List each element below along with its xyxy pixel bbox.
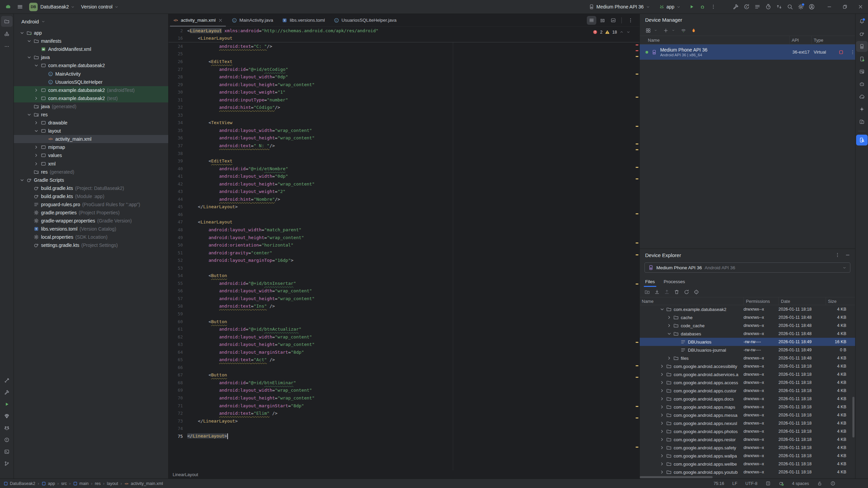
code-line[interactable]: 31 android:inputType="number": [169, 96, 639, 104]
code-line[interactable]: 35 android:layout_width="wrap_content": [169, 126, 639, 134]
design-view-button[interactable]: [609, 16, 618, 25]
code-line[interactable]: 46: [169, 211, 639, 218]
code-line[interactable]: 42 android:layout_height="wrap_content": [169, 180, 639, 188]
profiler-button[interactable]: [763, 2, 774, 12]
code-editor[interactable]: 2<LinearLayout xmlns:android="http://sch…: [169, 27, 639, 470]
file-row-com-google-android-apps-youtub[interactable]: com.google.android.apps.youtubdrwxrwx--x…: [640, 468, 855, 476]
indent-setting[interactable]: 4 spaces: [792, 481, 809, 486]
more-tool-windows-strip-button[interactable]: [1, 41, 13, 52]
code-line[interactable]: 49 android:layout_height="wrap_content": [169, 234, 639, 241]
code-line[interactable]: 53: [169, 264, 639, 272]
code-line[interactable]: 72 android:text="Elim" />: [169, 409, 639, 417]
build-button[interactable]: [730, 2, 741, 12]
file-row-com-google-android-apps-restor[interactable]: com.google.android.apps.restordrwxrwx--x…: [640, 435, 855, 444]
warning-stripe-mark[interactable]: [636, 126, 638, 127]
warning-stripe-mark[interactable]: [636, 284, 638, 285]
code-line[interactable]: 75</LinearLayout>: [169, 432, 639, 440]
file-row-databases[interactable]: databasesdrwxrwx--x2026-01-11 18:484 KB: [640, 330, 855, 338]
next-problem-icon[interactable]: [626, 30, 631, 34]
file-row-dbusuarios[interactable]: DBUsuarios-rw-rw----2026-01-11 18:4916 K…: [640, 338, 855, 346]
tools-strip-button[interactable]: [1, 375, 13, 386]
device-more-icon[interactable]: [850, 50, 855, 55]
file-row-com-google-android-apps-access[interactable]: com.google.android.apps.accessdrwxrwx--x…: [640, 378, 855, 387]
tree-item-usuariossqlitehelper[interactable]: CUsuariosSQLiteHelper: [14, 78, 168, 86]
update-project-button[interactable]: [774, 2, 785, 12]
chevron-down-icon[interactable]: [34, 63, 39, 68]
delete-icon[interactable]: [674, 289, 679, 295]
warning-stripe-mark[interactable]: [636, 254, 638, 255]
account-button[interactable]: [806, 2, 817, 12]
tree-item-gradle-wrapper-properties[interactable]: gradle-wrapper.properties(Gradle Version…: [14, 217, 168, 225]
tree-item-com-example-datubaseak2[interactable]: com.example.datubaseak2(androidTest): [14, 86, 168, 94]
code-line[interactable]: 43 android:layout_weight="2": [169, 188, 639, 195]
code-line[interactable]: 50 android:orientation="horizontal": [169, 241, 639, 249]
editor-more-button[interactable]: [625, 16, 636, 25]
scrollbar-error-stripe[interactable]: [635, 27, 639, 470]
warning-stripe-mark[interactable]: [636, 342, 638, 343]
build-strip-button[interactable]: [1, 387, 13, 397]
breadcrumb-datubaseak2[interactable]: DatuBaseak2: [3, 481, 35, 486]
gemini-strip-button[interactable]: [856, 79, 868, 90]
hide-panel-icon[interactable]: [845, 252, 850, 258]
column-name[interactable]: Name: [640, 299, 744, 304]
gradle-status-icon[interactable]: [779, 481, 784, 486]
file-row-com-google-android-apps-custor[interactable]: com.google.android.apps.custordrwxrwx--x…: [640, 387, 855, 395]
vcs-widget[interactable]: Version control: [81, 4, 119, 9]
running-devices-strip-button[interactable]: [856, 54, 868, 64]
maximize-button[interactable]: [842, 4, 848, 9]
chevron-right-icon[interactable]: [34, 144, 39, 150]
tree-item-local-properties[interactable]: local.properties(SDK Location): [14, 233, 168, 241]
warning-stripe-mark[interactable]: [636, 377, 638, 378]
tree-item-build-gradle-kts[interactable]: build.gradle.kts(Module :app): [14, 192, 168, 200]
column-type[interactable]: Type: [811, 36, 855, 44]
tree-item-values[interactable]: values: [14, 151, 168, 159]
chevron-right-icon[interactable]: [34, 120, 39, 125]
file-row-dbusuarios-journal[interactable]: DBUsuarios-journal-rw-rw----2026-01-11 1…: [640, 346, 855, 354]
chevron-right-icon[interactable]: [659, 421, 665, 426]
tree-item-libs-versions-toml[interactable]: Tlibs.versions.toml(Version Catalog): [14, 225, 168, 233]
chevron-right-icon[interactable]: [34, 161, 39, 167]
tree-item-mipmap[interactable]: mipmap: [14, 143, 168, 151]
tree-item-com-example-datubaseak2[interactable]: com.example.datubaseak2: [14, 61, 168, 70]
app-quality-insights-strip-button[interactable]: [1, 411, 13, 421]
vertical-scrollbar[interactable]: [852, 397, 854, 437]
tree-item-java[interactable]: java: [14, 53, 168, 61]
chevron-right-icon[interactable]: [34, 87, 39, 93]
code-line[interactable]: 55 android:id="@+id/btnInsertar": [169, 279, 639, 287]
breadcrumb-res[interactable]: res: [95, 481, 100, 486]
code-line[interactable]: 41 android:layout_width="0dp": [169, 172, 639, 180]
refresh-icon[interactable]: [684, 289, 689, 295]
new-folder-icon[interactable]: [644, 289, 650, 295]
search-everywhere-button[interactable]: [785, 2, 795, 12]
code-line[interactable]: 73 </LinearLayout>: [169, 417, 639, 425]
code-line[interactable]: 57 android:layout_height="wrap_content": [169, 295, 639, 302]
code-line[interactable]: 44 android:hint="Nombre"/>: [169, 195, 639, 203]
run-configuration[interactable]: app: [659, 4, 681, 9]
tree-item-activity-main-xml[interactable]: </>activity_main.xml: [14, 135, 168, 143]
chevron-right-icon[interactable]: [667, 315, 672, 320]
breadcrumb-src[interactable]: src: [61, 481, 67, 486]
warning-stripe-mark[interactable]: [636, 97, 638, 98]
horizontal-scrollbar[interactable]: [640, 476, 713, 478]
code-line[interactable]: 34 <TextView: [169, 119, 639, 127]
upload-icon[interactable]: [664, 289, 670, 295]
file-row-com-google-android-apps-wellbe[interactable]: com.google.android.apps.wellbedrwxrwx--x…: [640, 460, 855, 468]
tree-item-gradle-properties[interactable]: gradle.properties(Project Properties): [14, 209, 168, 217]
code-line[interactable]: 71 android:layout_marginStart="8dp": [169, 402, 639, 410]
tree-item-res[interactable]: *res(generated): [14, 168, 168, 176]
cursor-position[interactable]: 75:16: [714, 481, 724, 486]
warning-stripe-mark[interactable]: [636, 143, 638, 144]
warning-stripe-mark[interactable]: [636, 365, 638, 366]
chevron-right-icon[interactable]: [34, 153, 39, 158]
code-line[interactable]: 54 <Button: [169, 272, 639, 280]
notifications-status-icon[interactable]: [830, 481, 835, 486]
chevron-right-icon[interactable]: [659, 429, 665, 434]
file-row-com-google-android-apps-docs[interactable]: com.google.android.apps.docsdrwxrwx--x20…: [640, 395, 855, 403]
warning-stripe-mark[interactable]: [636, 56, 638, 57]
chevron-right-icon[interactable]: [659, 453, 665, 458]
warning-stripe-mark[interactable]: [636, 74, 638, 75]
column-size[interactable]: Size: [826, 297, 855, 305]
device-view-button[interactable]: [644, 26, 653, 35]
file-row-com-google-android-adservices-a[interactable]: com.google.android.adservices.adrwxrwx--…: [640, 370, 855, 378]
more-run-options-button[interactable]: [708, 2, 719, 12]
